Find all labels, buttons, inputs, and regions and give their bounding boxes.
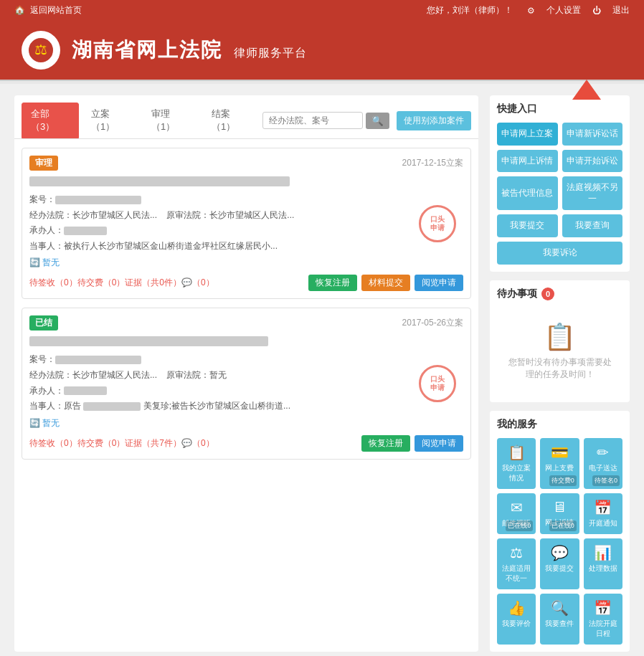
services-grid: 📋 我的立案情况 💳 网上支费 待交费0 ✏ 电子送达 待签名0 ✉ 邮件视听 … — [497, 438, 622, 645]
quick-btn-su-song[interactable]: 申请新诉讼话 — [562, 123, 623, 146]
stamp-1: 口头申请 — [419, 205, 456, 242]
service-you-jian[interactable]: ✉ 邮件视听 已在线0 — [497, 493, 536, 534]
quick-btn-fa-ting[interactable]: 法庭视频不另一 — [562, 176, 623, 210]
add-case-button[interactable]: 使用别添加案件 — [397, 111, 471, 130]
pending-panel: 待办事项 0 📋 您暂时没有待办事项需要处理的任务及时间！ — [490, 280, 630, 402]
right-panel: 快捷入口 申请网上立案 申请新诉讼话 申请网上诉情 申请开始诉讼 被告代理信息 … — [490, 95, 630, 652]
service-label-lian-an: 我的立案情况 — [500, 463, 533, 483]
service-icon-ri-cheng: 📅 — [594, 599, 612, 617]
case-footer-1: 待签收（0）待交费（0）证据（共0件）💬（0） 恢复注册 材料提交 阅览申请 — [29, 275, 463, 291]
quick-btn-kai-shi[interactable]: 申请开始诉讼 — [562, 150, 623, 173]
home-link[interactable]: 返回网站首页 — [30, 5, 82, 15]
case-party-detail-2: 当事人：原告 美复珍;被告长沙市望城区金山桥街道... — [29, 399, 463, 414]
service-icon-ping-jia: 👍 — [508, 599, 526, 617]
sub-title: 律师服务平台 — [234, 47, 307, 59]
settings-link[interactable]: 个人设置 — [546, 4, 581, 16]
case-handler-1: 经办法院：长沙市望城区人民法... 原审法院：长沙市望城区人民法... — [29, 208, 463, 224]
service-badge-zhi-fei: 待交费0 — [549, 475, 577, 486]
case-actions-1: 恢复注册 材料提交 阅览申请 — [308, 275, 463, 291]
svg-marker-2 — [572, 80, 601, 100]
service-ri-cheng[interactable]: 📅 法院开庭日程 — [584, 594, 622, 645]
service-badge-you-jian: 已在线0 — [506, 520, 533, 531]
case-handler-2: 经办法院：长沙市望城区人民法... 原审法院：暂无 — [29, 368, 463, 384]
quick-access-title: 快捷入口 — [497, 103, 622, 115]
action-view-1[interactable]: 阅览申请 — [415, 275, 463, 291]
left-panel: 全部（3） 立案（1） 审理（1） 结案（1） 🔍 使用别添加案件 审理 201… — [14, 95, 478, 652]
tabs-bar: 全部（3） 立案（1） 审理（1） 结案（1） 🔍 使用别添加案件 — [14, 95, 478, 139]
search-input[interactable] — [262, 112, 363, 129]
service-icon-kai-ting: 📅 — [594, 499, 612, 516]
service-label-shu-ju: 处理数据 — [589, 564, 617, 574]
stamp-2: 口头申请 — [419, 365, 456, 402]
quick-btn-cha-xun[interactable]: 我要查询 — [562, 214, 623, 237]
header: ⚖ 湖南省网上法院 律师服务平台 — [0, 21, 644, 80]
tab-all[interactable]: 全部（3） — [22, 103, 79, 138]
service-wang-su[interactable]: 🖥 网上诉情 已在线0 — [540, 493, 579, 534]
service-badge-song-da: 待签名0 — [592, 475, 620, 486]
quick-btn-ti-jiao[interactable]: 我要提交 — [497, 214, 558, 237]
case-title-blur-1 — [29, 176, 290, 186]
service-zhi-fei[interactable]: 💳 网上支费 待交费0 — [540, 438, 579, 489]
service-icon-lian-an: 📋 — [508, 444, 526, 461]
service-kai-ting[interactable]: 📅 开庭通知 — [584, 493, 622, 534]
quick-btn-lian-an[interactable]: 申请网上立案 — [497, 123, 558, 146]
case-card-1: 审理 2017-12-15立案 案号： 经办法院：长沙市望城区人民法... 原审… — [22, 148, 471, 299]
tab-jiean[interactable]: 结案（1） — [202, 103, 260, 138]
case-date-2: 2017-05-26立案 — [402, 317, 463, 329]
service-label-ti-jiao: 我要提交 — [545, 564, 574, 574]
action-submit-1[interactable]: 材料提交 — [361, 275, 410, 291]
service-label-song-da: 电子送达 — [589, 463, 617, 473]
case-no-row-1: 案号： — [29, 192, 463, 208]
service-song-da[interactable]: ✏ 电子送达 待签名0 — [584, 438, 622, 489]
action-view-2[interactable]: 阅览申请 — [415, 435, 463, 452]
my-services-title: 我的服务 — [497, 418, 622, 431]
service-label-fa-ting: 法庭适用不统一 — [500, 564, 533, 584]
quick-access-panel: 快捷入口 申请网上立案 申请新诉讼话 申请网上诉情 申请开始诉讼 被告代理信息 … — [490, 95, 630, 272]
pending-empty-icon: 📋 — [544, 322, 576, 352]
case-header-2: 已结 2017-05-26立案 — [29, 315, 463, 331]
service-shu-ju[interactable]: 📊 处理数据 — [584, 538, 622, 589]
service-label-zhi-fei: 网上支费 — [545, 463, 574, 473]
case-stats-1: 待签收（0）待交费（0）证据（共0件）💬（0） — [29, 277, 214, 289]
action-reclaim-1[interactable]: 恢复注册 — [308, 275, 357, 291]
case-status-1: 审理 — [29, 156, 58, 171]
service-ping-jia[interactable]: 👍 我要评价 — [497, 594, 536, 645]
quick-btn-su-lun[interactable]: 我要诉论 — [497, 242, 622, 265]
service-fa-ting[interactable]: ⚖ 法庭适用不统一 — [497, 538, 536, 589]
case-party-row-1: 承办人： — [29, 223, 463, 239]
case-link-2[interactable]: 🔄 暂无 — [29, 417, 60, 429]
pending-empty: 📋 您暂时没有待办事项需要处理的任务及时间！ — [497, 308, 622, 395]
service-label-kai-ting: 开庭通知 — [589, 518, 617, 528]
action-reclaim-2[interactable]: 恢复注册 — [361, 435, 410, 452]
service-label-cha-jian: 我要查件 — [545, 619, 574, 629]
search-button[interactable]: 🔍 — [366, 113, 389, 129]
case-party-detail-1: 当事人：被执行人长沙市望城区金山桥街道金坪社区红缘居民小... — [29, 239, 463, 255]
quick-btn-su-qing[interactable]: 申请网上诉情 — [497, 150, 558, 173]
quick-grid: 申请网上立案 申请新诉讼话 申请网上诉情 申请开始诉讼 被告代理信息 法庭视频不… — [497, 123, 622, 265]
red-arrow — [572, 80, 601, 105]
tab-lian[interactable]: 立案（1） — [82, 103, 139, 138]
service-badge-wang-su: 已在线0 — [549, 520, 577, 531]
tab-shenli[interactable]: 审理（1） — [142, 103, 199, 138]
service-icon-shu-ju: 📊 — [594, 544, 612, 561]
service-cha-jian[interactable]: 🔍 我要查件 — [540, 594, 579, 645]
case-info-2: 案号： 经办法院：长沙市望城区人民法... 原审法院：暂无 承办人： 当事人：原… — [29, 352, 463, 414]
case-actions-2: 恢复注册 阅览申请 — [361, 435, 463, 452]
top-nav: 🏠 返回网站首页 您好，刘洋（律师）！ ⚙ 个人设置 ⏻ 退出 — [0, 0, 644, 21]
pending-empty-text: 您暂时没有待办事项需要处理的任务及时间！ — [504, 356, 615, 381]
service-icon-ti-jiao: 💬 — [551, 544, 569, 561]
case-info-1: 案号： 经办法院：长沙市望城区人民法... 原审法院：长沙市望城区人民法... … — [29, 192, 463, 254]
service-label-ri-cheng: 法院开庭日程 — [587, 619, 620, 639]
pending-count: 0 — [541, 287, 554, 300]
case-date-1: 2017-12-15立案 — [402, 157, 463, 169]
quick-btn-bao-gao[interactable]: 被告代理信息 — [497, 176, 558, 210]
service-ti-jiao[interactable]: 💬 我要提交 — [540, 538, 579, 589]
logout-link[interactable]: 退出 — [612, 4, 630, 16]
logo: ⚖ — [22, 31, 60, 70]
case-header-1: 审理 2017-12-15立案 — [29, 156, 463, 171]
case-link-1[interactable]: 🔄 暂无 — [29, 257, 60, 269]
settings-icon: ⚙ — [527, 6, 535, 16]
service-lian-an[interactable]: 📋 我的立案情况 — [497, 438, 536, 489]
top-nav-left: 🏠 返回网站首页 — [14, 4, 85, 16]
content-area: 全部（3） 立案（1） 审理（1） 结案（1） 🔍 使用别添加案件 审理 201… — [0, 84, 644, 656]
